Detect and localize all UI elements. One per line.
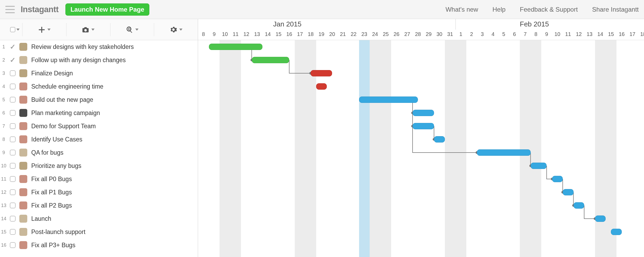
task-row[interactable]: 8Identify Use Cases	[0, 133, 198, 146]
assignee-avatar[interactable]	[18, 56, 29, 64]
task-name[interactable]: Launch	[29, 215, 51, 222]
task-complete-toggle[interactable]	[7, 229, 18, 235]
zoom-button[interactable]	[110, 26, 154, 33]
assignee-avatar[interactable]	[18, 241, 29, 249]
task-row[interactable]: 15Post-launch support	[0, 225, 198, 238]
task-name[interactable]: Post-launch support	[29, 228, 86, 236]
gantt-bar[interactable]	[434, 136, 445, 143]
gantt-bar[interactable]	[359, 97, 418, 103]
task-complete-toggle[interactable]	[7, 189, 18, 195]
task-complete-toggle[interactable]	[7, 70, 18, 76]
task-row[interactable]: 12Fix all P1 Bugs	[0, 186, 198, 199]
gantt-bar[interactable]	[413, 123, 434, 129]
gear-icon	[170, 26, 177, 33]
task-complete-toggle[interactable]	[7, 84, 18, 89]
gantt-bar[interactable]	[477, 149, 531, 156]
task-list-panel: 1✓Review designs with key stakeholders2✓…	[0, 19, 198, 257]
app-logo: Instagantt	[21, 5, 59, 14]
task-row[interactable]: 3Finalize Design	[0, 67, 198, 80]
assignee-avatar[interactable]	[18, 82, 29, 90]
day-label: 18	[305, 31, 316, 37]
task-name[interactable]: Prioritize any bugs	[29, 162, 81, 169]
task-complete-toggle[interactable]	[7, 242, 18, 248]
task-row[interactable]: 7Demo for Support Team	[0, 120, 198, 133]
row-number: 6	[0, 110, 7, 116]
task-complete-toggle[interactable]	[7, 216, 18, 222]
assignee-avatar[interactable]	[18, 188, 29, 196]
gantt-bar[interactable]	[574, 202, 584, 209]
task-row[interactable]: 16Fix all P3+ Bugs	[0, 238, 198, 252]
day-label: 27	[402, 31, 413, 37]
settings-button[interactable]	[154, 26, 198, 33]
add-task-button[interactable]	[23, 26, 66, 33]
gantt-bar[interactable]	[595, 215, 606, 222]
assignee-avatar[interactable]	[18, 109, 29, 117]
task-row[interactable]: 4Schedule engineering time	[0, 80, 198, 93]
assignee-avatar[interactable]	[18, 228, 29, 236]
task-complete-toggle[interactable]	[7, 163, 18, 169]
task-complete-toggle[interactable]	[7, 203, 18, 208]
gantt-bar[interactable]	[531, 163, 547, 169]
task-name[interactable]: Review designs with key stakeholders	[29, 43, 134, 51]
task-name[interactable]: Plan marketing campaign	[29, 109, 100, 117]
task-name[interactable]: Fix all P2 Bugs	[29, 202, 72, 209]
task-name[interactable]: Follow up with any design changes	[29, 57, 126, 64]
gantt-bar[interactable]	[552, 176, 563, 182]
gantt-bar[interactable]	[611, 229, 622, 235]
task-row[interactable]: 5Build out the new page	[0, 93, 198, 106]
menu-icon[interactable]	[5, 6, 15, 13]
day-label: 11	[230, 31, 241, 37]
gantt-bar[interactable]	[209, 44, 263, 50]
task-row[interactable]: 2✓Follow up with any design changes	[0, 53, 198, 67]
task-name[interactable]: Demo for Support Team	[29, 123, 96, 130]
snapshot-button[interactable]	[66, 26, 110, 33]
assignee-avatar[interactable]	[18, 43, 29, 51]
task-complete-toggle[interactable]: ✓	[7, 43, 18, 51]
task-complete-toggle[interactable]	[7, 123, 18, 129]
gantt-body[interactable]	[198, 40, 644, 257]
select-all-dropdown[interactable]	[7, 27, 22, 32]
gantt-bar[interactable]	[316, 83, 327, 90]
task-row[interactable]: 11Fix all P0 Bugs	[0, 172, 198, 186]
task-row[interactable]: 14Launch	[0, 212, 198, 225]
gantt-bar[interactable]	[413, 110, 434, 116]
task-complete-toggle[interactable]	[7, 150, 18, 155]
assignee-avatar[interactable]	[18, 175, 29, 183]
day-label: 8	[198, 31, 209, 37]
assignee-avatar[interactable]	[18, 122, 29, 130]
task-name[interactable]: Finalize Design	[29, 70, 73, 77]
task-name[interactable]: Schedule engineering time	[29, 83, 103, 90]
task-row[interactable]: 10Prioritize any bugs	[0, 159, 198, 172]
assignee-avatar[interactable]	[18, 215, 29, 223]
whats-new-link[interactable]: What's new	[445, 6, 478, 13]
gantt-bar[interactable]	[311, 70, 332, 76]
task-name[interactable]: Identify Use Cases	[29, 136, 82, 143]
assignee-avatar[interactable]	[18, 135, 29, 143]
assignee-avatar[interactable]	[18, 69, 29, 77]
task-name[interactable]: Fix all P3+ Bugs	[29, 242, 75, 249]
assignee-avatar[interactable]	[18, 96, 29, 104]
task-complete-toggle[interactable]	[7, 110, 18, 116]
task-name[interactable]: Fix all P0 Bugs	[29, 176, 72, 183]
task-row[interactable]: 9QA for bugs	[0, 146, 198, 159]
project-title-button[interactable]: Launch New Home Page	[65, 3, 149, 16]
task-row[interactable]: 1✓Review designs with key stakeholders	[0, 40, 198, 53]
task-complete-toggle[interactable]	[7, 136, 18, 142]
assignee-avatar[interactable]	[18, 162, 29, 170]
feedback-link[interactable]: Feedback & Support	[520, 6, 578, 13]
assignee-avatar[interactable]	[18, 201, 29, 209]
zoom-icon	[126, 26, 133, 33]
task-row[interactable]: 6Plan marketing campaign	[0, 106, 198, 120]
gantt-bar[interactable]	[563, 189, 574, 195]
assignee-avatar[interactable]	[18, 149, 29, 157]
task-row[interactable]: 13Fix all P2 Bugs	[0, 199, 198, 212]
task-name[interactable]: QA for bugs	[29, 149, 63, 156]
task-name[interactable]: Fix all P1 Bugs	[29, 189, 72, 196]
help-link[interactable]: Help	[493, 6, 506, 13]
task-complete-toggle[interactable]	[7, 97, 18, 103]
task-name[interactable]: Build out the new page	[29, 96, 93, 103]
gantt-bar[interactable]	[252, 57, 289, 63]
task-complete-toggle[interactable]	[7, 176, 18, 182]
share-link[interactable]: Share Instagantt	[592, 6, 639, 13]
task-complete-toggle[interactable]: ✓	[7, 56, 18, 64]
